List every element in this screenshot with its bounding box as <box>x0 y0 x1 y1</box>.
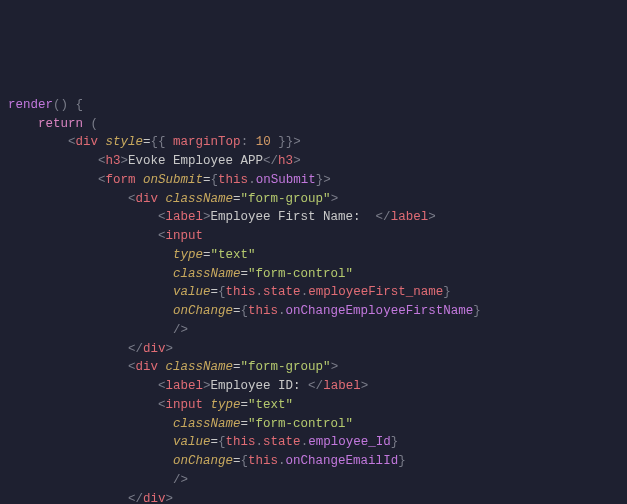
code-line: <label>Employee ID: </label> <box>8 379 368 393</box>
code-line: <div style={{ marginTop: 10 }}> <box>8 135 301 149</box>
h3-content: Evoke Employee APP <box>128 154 263 168</box>
code-line: className="form-control" <box>8 417 353 431</box>
code-line: render() { <box>8 98 83 112</box>
code-line: value={this.state.employee_Id} <box>8 435 398 449</box>
code-line: type="text" <box>8 248 256 262</box>
code-line: className="form-control" <box>8 267 353 281</box>
code-line: </div> <box>8 342 173 356</box>
code-line: <h3>Evoke Employee APP</h3> <box>8 154 301 168</box>
code-line: </div> <box>8 492 173 505</box>
code-line: /> <box>8 323 188 337</box>
code-line: <input <box>8 229 203 243</box>
label-firstname: Employee First Name: <box>211 210 376 224</box>
code-line: <div className="form-group"> <box>8 360 338 374</box>
method-name: render <box>8 98 53 112</box>
code-line: <label>Employee First Name: </label> <box>8 210 436 224</box>
code-line: <div className="form-group"> <box>8 192 338 206</box>
code-line: /> <box>8 473 188 487</box>
code-editor: render() { return ( <div style={{ margin… <box>0 75 627 504</box>
code-line: <form onSubmit={this.onSubmit}> <box>8 173 331 187</box>
code-line: onChange={this.onChangeEmailId} <box>8 454 406 468</box>
code-line: return ( <box>8 117 98 131</box>
label-id: Employee ID: <box>211 379 309 393</box>
code-line: <input type="text" <box>8 398 293 412</box>
code-line: onChange={this.onChangeEmployeeFirstName… <box>8 304 481 318</box>
code-line: value={this.state.employeeFirst_name} <box>8 285 451 299</box>
keyword-return: return <box>38 117 83 131</box>
